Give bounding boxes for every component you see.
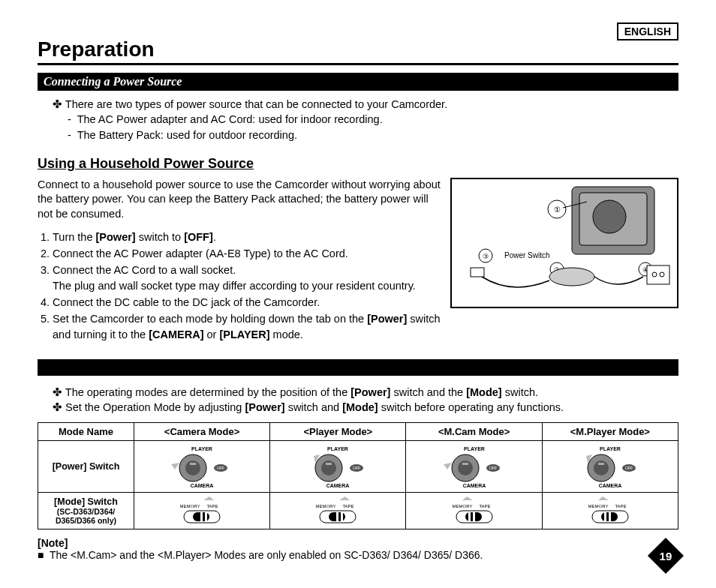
- svg-rect-67: [604, 512, 606, 521]
- svg-text:TAPE: TAPE: [206, 504, 218, 508]
- switch-mplayer-memory: MEMORYTAPE: [542, 493, 678, 530]
- svg-rect-50: [205, 512, 207, 521]
- svg-rect-56: [341, 512, 343, 521]
- note-block: [Note] ■ The <M.Cam> and the <M.Player> …: [38, 537, 678, 561]
- dial-mcam-mode: PLAYEROFFCAMERA: [406, 441, 542, 493]
- op-mode-text-1: ✤ The operating modes are determined by …: [53, 385, 678, 400]
- step-2: Connect the AC Power adapter (AA-E8 Type…: [53, 246, 443, 262]
- language-badge: ENGLISH: [617, 22, 678, 40]
- switch-camera-tape: MEMORYTAPE: [134, 493, 269, 530]
- svg-rect-13: [471, 268, 484, 277]
- svg-rect-20: [190, 463, 196, 465]
- svg-text:TAPE: TAPE: [479, 504, 490, 508]
- mode-table: Mode Name <Camera Mode> <Player Mode> <M…: [38, 422, 678, 530]
- svg-rect-62: [473, 512, 475, 521]
- subsection-household: Using a Household Power Source: [38, 156, 678, 172]
- step-1: Turn the [Power] switch to [OFF].: [53, 230, 443, 245]
- svg-text:MEMORY: MEMORY: [588, 504, 608, 508]
- dial-mplayer-mode: PLAYEROFFCAMERA: [542, 441, 678, 493]
- th-camera: <Camera Mode>: [134, 423, 269, 441]
- svg-point-2: [593, 200, 626, 233]
- svg-rect-27: [326, 463, 332, 465]
- svg-text:OFF: OFF: [217, 466, 224, 470]
- row-power-switch: [Power] Switch: [38, 441, 134, 493]
- svg-rect-55: [336, 512, 338, 521]
- svg-text:TAPE: TAPE: [615, 504, 626, 508]
- dial-player-mode: PLAYEROFFCAMERA: [270, 441, 406, 493]
- divider-bar: [38, 359, 678, 376]
- svg-rect-61: [468, 512, 471, 521]
- svg-text:CAMERA: CAMERA: [462, 483, 486, 488]
- power-diagram: ① Power Switch ③ ② ④: [450, 178, 678, 308]
- svg-text:MEMORY: MEMORY: [180, 504, 200, 508]
- th-mcam: <M.Cam Mode>: [406, 423, 542, 441]
- svg-text:PLAYER: PLAYER: [600, 446, 621, 452]
- svg-text:OFF: OFF: [353, 466, 360, 470]
- op-mode-text-2: ✤ Set the Operation Mode by adjusting [P…: [53, 400, 678, 415]
- svg-text:CAMERA: CAMERA: [326, 483, 350, 488]
- th-player: <Player Mode>: [270, 423, 406, 441]
- svg-text:CAMERA: CAMERA: [598, 483, 621, 488]
- svg-text:MEMORY: MEMORY: [452, 504, 472, 508]
- household-para: Connect to a household power source to u…: [38, 178, 443, 222]
- svg-text:PLAYER: PLAYER: [464, 446, 485, 452]
- row-mode-switch: [Mode] Switch(SC-D363/D364/ D365/D366 on…: [38, 493, 134, 530]
- svg-text:OFF: OFF: [625, 466, 633, 470]
- svg-point-15: [652, 272, 657, 277]
- svg-text:①: ①: [554, 206, 561, 214]
- svg-rect-41: [598, 463, 604, 465]
- svg-point-16: [660, 272, 664, 277]
- svg-text:MEMORY: MEMORY: [316, 504, 336, 508]
- svg-text:③: ③: [483, 253, 489, 260]
- svg-text:CAMERA: CAMERA: [191, 483, 214, 488]
- svg-text:OFF: OFF: [489, 466, 497, 470]
- svg-rect-14: [647, 266, 669, 284]
- svg-rect-68: [609, 512, 611, 521]
- switch-mcam-memory: MEMORYTAPE: [406, 493, 542, 530]
- svg-text:PLAYER: PLAYER: [191, 446, 212, 452]
- section-header-power: Connecting a Power Source: [38, 73, 678, 91]
- th-mode-name: Mode Name: [38, 423, 134, 441]
- svg-rect-49: [200, 512, 203, 521]
- intro-text: ✤ There are two types of power source th…: [53, 97, 678, 112]
- step-4: Connect the DC cable to the DC jack of t…: [53, 295, 443, 310]
- intro-sub1: - The AC Power adapter and AC Cord: used…: [68, 112, 678, 127]
- svg-text:TAPE: TAPE: [343, 504, 354, 508]
- dial-camera-mode: PLAYEROFFCAMERA: [134, 441, 269, 493]
- svg-text:PLAYER: PLAYER: [327, 446, 348, 452]
- step-3: Connect the AC Cord to a wall socket.The…: [53, 262, 443, 294]
- th-mplayer: <M.Player Mode>: [542, 423, 678, 441]
- steps-list: Turn the [Power] switch to [OFF]. Connec…: [53, 230, 443, 343]
- step-5: Set the Camcorder to each mode by holdin…: [53, 311, 443, 343]
- svg-point-12: [549, 268, 594, 286]
- power-switch-label: Power Switch: [504, 251, 550, 260]
- svg-rect-34: [462, 463, 468, 465]
- switch-player-tape: MEMORYTAPE: [270, 493, 406, 530]
- intro-sub2: - The Battery Pack: used for outdoor rec…: [68, 128, 678, 142]
- page-title: Preparation: [38, 38, 678, 62]
